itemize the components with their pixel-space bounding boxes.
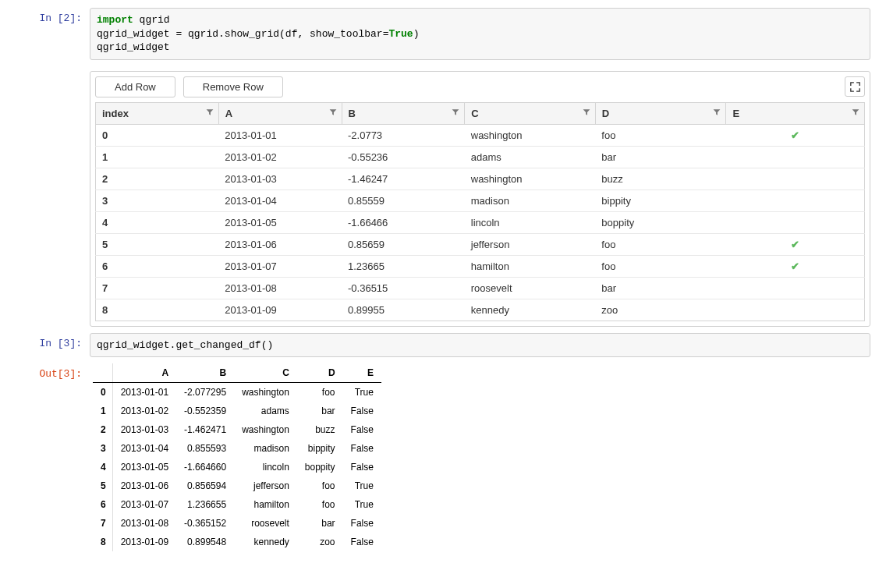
cell-index[interactable]: 1 [96,146,219,168]
out-cell-B: -1.664660 [176,458,234,476]
filter-icon[interactable] [206,108,214,118]
filter-icon[interactable] [852,108,859,118]
cell-B[interactable]: 1.23665 [342,255,465,277]
cell-2-prompt-in: In [2]: [16,8,90,24]
cell-B[interactable]: 0.85659 [342,233,465,255]
qgrid-widget: Add Row Remove Row indexABCDE 02013-01-0… [90,71,870,327]
cell-B[interactable]: 0.85559 [342,190,465,211]
cell-E[interactable] [726,146,865,168]
column-header-C[interactable]: C [465,102,596,124]
column-header-label: E [732,108,739,119]
cell-D[interactable]: boppity [595,211,726,233]
table-row[interactable]: 02013-01-01-2.0773washingtonfoo✔ [96,124,865,146]
cell-A[interactable]: 2013-01-07 [218,255,342,277]
cell-D[interactable]: foo [595,233,726,255]
cell-index[interactable]: 3 [96,190,219,211]
cell-C[interactable]: jefferson [465,233,596,255]
cell-B[interactable]: 0.89955 [342,299,465,321]
qgrid-table[interactable]: indexABCDE 02013-01-01-2.0773washingtonf… [95,102,865,321]
cell-E[interactable] [726,211,865,233]
cell-B[interactable]: -1.46247 [342,168,465,190]
cell-C[interactable]: washington [465,168,596,190]
cell-E[interactable] [726,299,865,321]
out-row-index: 2 [93,420,112,439]
cell-index[interactable]: 8 [96,299,219,321]
cell-A[interactable]: 2013-01-09 [218,299,342,321]
cell-2-output-prompt-blank [16,66,90,71]
cell-D[interactable]: buzz [595,168,726,190]
column-header-E[interactable]: E [726,102,865,124]
cell-E[interactable] [726,168,865,190]
out-cell-D: bippity [297,439,343,458]
filter-icon[interactable] [329,108,337,118]
out-cell-B: -0.552359 [176,402,234,420]
cell-E[interactable]: ✔ [726,124,865,146]
table-row[interactable]: 22013-01-03-1.46247washingtonbuzz [96,168,865,190]
cell-index[interactable]: 0 [96,124,219,146]
cell-index[interactable]: 7 [96,277,219,299]
column-header-B[interactable]: B [342,102,465,124]
column-header-label: A [225,108,232,119]
column-header-D[interactable]: D [595,102,726,124]
cell-index[interactable]: 5 [96,233,219,255]
cell-C[interactable]: hamilton [465,255,596,277]
cell-C[interactable]: lincoln [465,211,596,233]
cell-A[interactable]: 2013-01-05 [218,211,342,233]
cell-B[interactable]: -2.0773 [342,124,465,146]
out-row: 82013-01-090.899548kennedyzooFalse [93,533,381,551]
column-header-A[interactable]: A [218,102,342,124]
cell-C[interactable]: washington [465,124,596,146]
cell-B[interactable]: -0.55236 [342,146,465,168]
filter-icon[interactable] [583,108,590,118]
add-row-button[interactable]: Add Row [95,76,175,97]
cell-E[interactable] [726,277,865,299]
cell-index[interactable]: 4 [96,211,219,233]
cell-B[interactable]: -1.66466 [342,211,465,233]
cell-index[interactable]: 6 [96,255,219,277]
cell-A[interactable]: 2013-01-03 [218,168,342,190]
table-row[interactable]: 82013-01-090.89955kennedyzoo [96,299,865,321]
cell-C[interactable]: adams [465,146,596,168]
cell-B[interactable]: -0.36515 [342,277,465,299]
out-cell-A: 2013-01-04 [112,439,176,458]
qgrid-toolbar: Add Row Remove Row [95,76,865,97]
table-row[interactable]: 62013-01-071.23665hamiltonfoo✔ [96,255,865,277]
cell-D[interactable]: bar [595,277,726,299]
filter-icon[interactable] [452,108,459,118]
cell-A[interactable]: 2013-01-06 [218,233,342,255]
table-row[interactable]: 52013-01-060.85659jeffersonfoo✔ [96,233,865,255]
cell-E[interactable]: ✔ [726,233,865,255]
cell-D[interactable]: foo [595,255,726,277]
cell-C[interactable]: roosevelt [465,277,596,299]
cell-E[interactable] [726,190,865,211]
cell-D[interactable]: zoo [595,299,726,321]
cell-2-code[interactable]: import qgrid qgrid_widget = qgrid.show_g… [90,8,870,60]
cell-A[interactable]: 2013-01-02 [218,146,342,168]
cell-A[interactable]: 2013-01-04 [218,190,342,211]
check-icon: ✔ [791,129,799,141]
cell-A[interactable]: 2013-01-08 [218,277,342,299]
cell-D[interactable]: foo [595,124,726,146]
column-header-index[interactable]: index [96,102,219,124]
cell-E[interactable]: ✔ [726,255,865,277]
out-cell-E: False [343,458,381,476]
out-cell-E: True [343,495,381,514]
cell-C[interactable]: kennedy [465,299,596,321]
cell-index[interactable]: 2 [96,168,219,190]
cell-A[interactable]: 2013-01-01 [218,124,342,146]
filter-icon[interactable] [713,108,721,118]
out-row-index: 0 [93,383,112,402]
cell-D[interactable]: bar [595,146,726,168]
table-row[interactable]: 42013-01-05-1.66466lincolnboppity [96,211,865,233]
fullscreen-button[interactable] [845,76,865,97]
cell-C[interactable]: madison [465,190,596,211]
remove-row-button[interactable]: Remove Row [183,76,283,97]
out-cell-A: 2013-01-03 [112,420,176,439]
table-row[interactable]: 72013-01-08-0.36515rooseveltbar [96,277,865,299]
out-column-D: D [297,363,343,383]
out-row-index: 6 [93,495,112,514]
cell-3-code[interactable]: qgrid_widget.get_changed_df() [90,333,870,358]
cell-D[interactable]: bippity [595,190,726,211]
table-row[interactable]: 12013-01-02-0.55236adamsbar [96,146,865,168]
table-row[interactable]: 32013-01-040.85559madisonbippity [96,190,865,211]
